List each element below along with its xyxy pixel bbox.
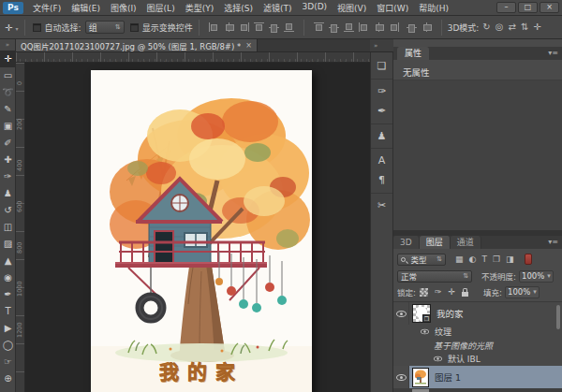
dock-expand-chevron[interactable]: »	[374, 42, 377, 50]
history-panel-icon[interactable]: ❏	[371, 54, 392, 77]
menu-item[interactable]: 帮助(H)	[419, 2, 449, 14]
menu-item[interactable]: 编辑(E)	[71, 2, 100, 14]
pen-tool[interactable]: ✒	[0, 286, 16, 303]
opacity-value[interactable]: 100% ▾	[519, 270, 554, 283]
distribute-bottom-edges-icon[interactable]	[344, 22, 354, 32]
crop-tool[interactable]: ▣	[0, 118, 16, 135]
healing-brush-tool[interactable]: ✚	[0, 152, 16, 168]
auto-select-checkbox[interactable]	[33, 23, 41, 32]
lock-position-icon[interactable]: ✛	[448, 287, 455, 297]
blur-tool[interactable]: ▲	[0, 253, 16, 269]
filter-pixel-layers-icon[interactable]: ▦	[455, 254, 464, 264]
panel-menu-icon[interactable]: ▾≡	[548, 49, 558, 57]
tool-preset-picker[interactable]: ✛ ▾	[5, 22, 19, 33]
distribute-top-edges-icon[interactable]	[314, 22, 324, 32]
close-button[interactable]: ×	[540, 2, 559, 13]
character-panel-icon[interactable]: A	[371, 148, 392, 170]
tools-collapse-chevron[interactable]: »	[0, 39, 15, 51]
visibility-eye-icon[interactable]	[396, 311, 407, 317]
3d-slide-icon[interactable]: ⇅	[521, 22, 528, 33]
document-tab[interactable]: QQ图片20171023100727.jpg @ 50% (图层 1, RGB/…	[16, 39, 258, 51]
align-bottom-edges-icon[interactable]	[284, 22, 294, 32]
layer-thumbnail[interactable]: ❒	[412, 304, 431, 323]
layer-name[interactable]: 我的家	[436, 307, 464, 320]
align-vertical-centers-icon[interactable]	[269, 22, 279, 32]
paragraph-panel-icon[interactable]: ¶	[371, 170, 392, 191]
3d-roll-icon[interactable]: ◎	[495, 22, 504, 33]
zoom-tool[interactable]: ⊕	[0, 370, 16, 387]
brush-settings-panel-icon[interactable]: ✒	[371, 101, 392, 122]
layers-scrollbar[interactable]	[556, 305, 560, 329]
distribute-horizontal-spacing-icon[interactable]	[422, 22, 432, 32]
tab-3d[interactable]: 3D	[393, 236, 420, 249]
layer-row-text[interactable]: ❒ 我的家	[393, 302, 562, 325]
lasso-tool[interactable]: ➰	[0, 84, 16, 101]
lock-transparency-icon[interactable]	[420, 288, 428, 297]
filter-type-layers-icon[interactable]: T	[481, 254, 487, 264]
filter-adjustment-layers-icon[interactable]: ◐	[469, 254, 477, 264]
layer-row-image-selected[interactable]: 图层 1	[393, 366, 562, 388]
filter-smart-objects-icon[interactable]: ◨	[506, 254, 514, 264]
menu-item[interactable]: 类型(Y)	[185, 2, 214, 14]
quick-selection-tool[interactable]: ✎	[0, 101, 16, 118]
menu-item[interactable]: 图层(L)	[147, 2, 175, 14]
auto-select-dropdown[interactable]: 组 ⇅	[85, 21, 125, 34]
distribute-vertical-centers-icon[interactable]	[329, 22, 339, 32]
blend-mode-dropdown[interactable]: 正常 ⇅	[397, 270, 472, 283]
show-transform-checkbox[interactable]	[130, 23, 139, 32]
close-tab-icon[interactable]: ×	[245, 41, 252, 50]
menu-item[interactable]: 文件(F)	[33, 2, 61, 14]
visibility-eye-icon[interactable]	[421, 329, 429, 335]
fill-value[interactable]: 100% ▾	[505, 286, 540, 298]
filter-shape-layers-icon[interactable]: ❐	[493, 254, 500, 264]
lock-all-icon[interactable]	[462, 292, 468, 297]
menu-item[interactable]: 视图(V)	[337, 2, 366, 14]
gradient-tool[interactable]: ▨	[0, 236, 16, 253]
dodge-tool[interactable]: ◉	[0, 269, 16, 286]
move-tool[interactable]: ✛	[0, 51, 16, 67]
layer-name[interactable]: 图层 1	[435, 370, 461, 384]
history-brush-tool[interactable]: ↺	[0, 202, 16, 219]
distribute-horizontal-centers-icon[interactable]	[374, 22, 384, 32]
align-right-edges-icon[interactable]	[239, 22, 249, 32]
align-horizontal-centers-icon[interactable]	[224, 22, 234, 32]
horizontal-ruler[interactable]: 4002000200400600800100012001400160018002…	[16, 52, 370, 63]
clone-stamp-tool[interactable]: ♟	[0, 185, 16, 202]
eraser-tool[interactable]: ◫	[0, 219, 16, 236]
brush-tool[interactable]: ✑	[0, 168, 16, 185]
hand-tool[interactable]: ☞	[0, 354, 16, 370]
clone-source-panel-icon[interactable]: ♟	[371, 123, 392, 146]
canvas-document[interactable]: 我的家 我的家	[91, 70, 312, 392]
menu-item[interactable]: 选择(S)	[224, 2, 253, 14]
marquee-tool[interactable]: ▭	[0, 67, 16, 84]
align-top-edges-icon[interactable]	[254, 22, 264, 32]
visibility-eye-icon[interactable]	[396, 374, 407, 381]
tab-layers[interactable]: 图层	[420, 236, 451, 249]
menu-item[interactable]: 图像(I)	[111, 2, 137, 14]
menu-item[interactable]: 滤镜(T)	[263, 2, 292, 14]
minimize-button[interactable]: –	[496, 2, 516, 13]
distribute-left-edges-icon[interactable]	[359, 22, 369, 32]
layer-filter-dropdown[interactable]: 类型 ⇅	[397, 254, 446, 266]
type-tool[interactable]: T	[0, 303, 16, 320]
canvas-pasteboard[interactable]: 我的家 我的家	[25, 63, 370, 392]
layer-thumbnail[interactable]	[412, 368, 429, 387]
distribute-right-edges-icon[interactable]	[389, 22, 399, 32]
shape-tool[interactable]: ◯	[0, 337, 16, 354]
distribute-vertical-spacing-icon[interactable]	[407, 22, 417, 32]
path-selection-tool[interactable]: ▶	[0, 320, 16, 337]
brush-panel-icon[interactable]: ✑	[371, 79, 392, 101]
vertical-ruler[interactable]: 020040060080010001200	[16, 63, 25, 392]
layer-effect-ibl-default[interactable]: 默认 IBL	[393, 352, 562, 365]
maximize-button[interactable]: □	[518, 2, 538, 13]
menu-item[interactable]: 3D(D)	[302, 2, 327, 14]
3d-drag-icon[interactable]: ⇄	[508, 22, 515, 33]
lock-pixels-icon[interactable]: ✑	[435, 287, 442, 297]
tab-channels[interactable]: 通道	[451, 236, 481, 249]
panel-menu-icon[interactable]: ▾≡	[548, 236, 562, 249]
align-left-edges-icon[interactable]	[209, 22, 219, 32]
layer-effect-texture[interactable]: 纹理	[393, 325, 562, 339]
3d-scale-icon[interactable]: ✛	[533, 22, 540, 33]
timeline-panel-icon[interactable]: ✂	[371, 193, 392, 215]
tab-properties[interactable]: 属性	[397, 47, 429, 60]
